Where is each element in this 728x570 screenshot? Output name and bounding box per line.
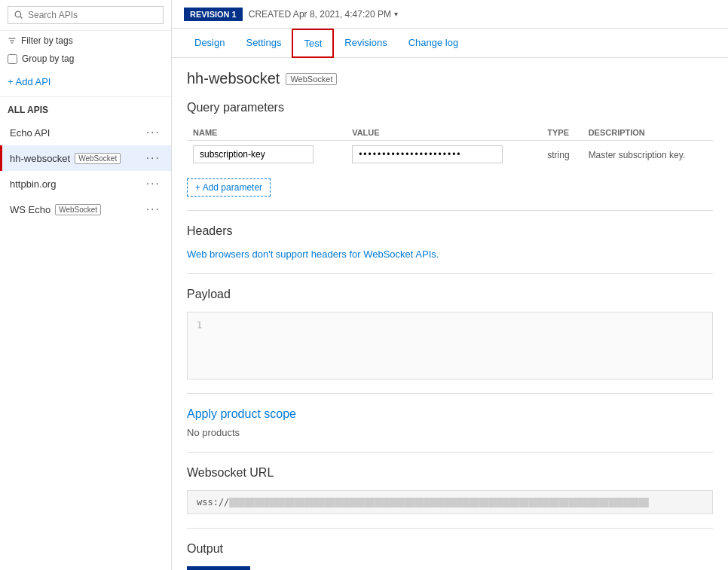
ws-url-heading: Websocket URL bbox=[187, 466, 713, 480]
headers-note: Web browsers don't support headers for W… bbox=[187, 248, 713, 260]
divider-5 bbox=[187, 528, 713, 529]
divider-2 bbox=[187, 273, 713, 274]
connect-row: Connect Bypass CORS proxy i bbox=[187, 566, 713, 570]
created-text: CREATED Apr 8, 2021, 4:47:20 PM bbox=[249, 9, 391, 20]
page-title-row: hh-websocket WebSocket bbox=[187, 70, 713, 87]
group-checkbox[interactable] bbox=[8, 54, 17, 64]
no-products-text: No products bbox=[187, 427, 713, 438]
svg-point-0 bbox=[15, 11, 21, 17]
headers-note-text: Web browsers don't support headers for W… bbox=[187, 248, 439, 260]
revision-dropdown-arrow[interactable]: ▾ bbox=[394, 10, 398, 18]
sidebar-search-area bbox=[0, 0, 171, 31]
col-value: VALUE bbox=[346, 125, 541, 141]
add-param-button[interactable]: + Add parameter bbox=[187, 178, 271, 197]
divider-3 bbox=[187, 393, 713, 394]
table-row: string Master subscription key. bbox=[187, 141, 713, 169]
api-item-hh-websocket[interactable]: hh-websocket WebSocket ··· bbox=[0, 145, 171, 171]
revision-badge: REVISION 1 bbox=[184, 8, 243, 21]
created-info: CREATED Apr 8, 2021, 4:47:20 PM ▾ bbox=[249, 9, 398, 20]
group-label: Group by tag bbox=[22, 53, 74, 64]
tab-design[interactable]: Design bbox=[184, 29, 235, 57]
tabs-bar: Design Settings Test Revisions Change lo… bbox=[172, 29, 728, 58]
api-name-hh-websocket: hh-websocket bbox=[10, 153, 70, 164]
add-param-label: + Add parameter bbox=[195, 182, 262, 193]
api-name-wsecho: WS Echo bbox=[10, 204, 50, 215]
param-desc-text: Master subscription key. bbox=[589, 150, 686, 160]
api-list: Echo API ··· hh-websocket WebSocket ··· … bbox=[0, 120, 171, 570]
more-menu-wsecho[interactable]: ··· bbox=[143, 203, 164, 216]
ws-url-masked: ████████████████████████████████████████… bbox=[229, 498, 648, 508]
filter-icon bbox=[8, 36, 17, 45]
page-title-text: hh-websocket bbox=[187, 70, 280, 87]
query-params-heading: Query parameters bbox=[187, 101, 713, 114]
headers-heading: Headers bbox=[187, 224, 713, 238]
more-menu-hh-websocket[interactable]: ··· bbox=[143, 151, 164, 165]
api-badge-hh-websocket: WebSocket bbox=[75, 153, 121, 164]
search-icon bbox=[14, 11, 23, 20]
api-name-echo: Echo API bbox=[10, 127, 50, 139]
page-title-badge: WebSocket bbox=[286, 73, 337, 85]
divider-4 bbox=[187, 452, 713, 453]
api-badge-wsecho: WebSocket bbox=[55, 204, 101, 215]
svg-line-1 bbox=[20, 17, 23, 19]
filter-label: Filter by tags bbox=[21, 35, 73, 46]
param-name-input[interactable] bbox=[193, 145, 314, 163]
ws-url-box: wss://██████████████████████████████████… bbox=[187, 490, 713, 514]
col-description: DESCRIPTION bbox=[583, 125, 713, 141]
more-menu-echo[interactable]: ··· bbox=[143, 126, 164, 139]
api-item-echo[interactable]: Echo API ··· bbox=[0, 120, 171, 145]
col-name: NAME bbox=[187, 125, 346, 141]
param-value-input[interactable] bbox=[352, 145, 503, 163]
search-box[interactable] bbox=[8, 6, 164, 24]
add-api-button[interactable]: + Add API bbox=[8, 73, 50, 90]
apply-scope-heading: Apply product scope bbox=[187, 407, 713, 421]
search-input[interactable] bbox=[28, 10, 157, 20]
payload-heading: Payload bbox=[187, 288, 713, 301]
topbar: REVISION 1 CREATED Apr 8, 2021, 4:47:20 … bbox=[172, 0, 728, 29]
payload-placeholder: 1 bbox=[197, 320, 202, 331]
group-by-tag[interactable]: Group by tag bbox=[0, 50, 171, 67]
api-name-httpbin: httpbin.org bbox=[10, 178, 56, 190]
add-api-label: + Add API bbox=[8, 76, 50, 87]
divider-1 bbox=[187, 210, 713, 211]
connect-button[interactable]: Connect bbox=[187, 566, 250, 570]
tab-settings[interactable]: Settings bbox=[235, 29, 292, 57]
more-menu-httpbin[interactable]: ··· bbox=[143, 177, 164, 191]
param-type-text: string bbox=[547, 150, 569, 160]
api-item-wsecho[interactable]: WS Echo WebSocket ··· bbox=[0, 197, 171, 222]
params-table: NAME VALUE TYPE DESCRIPTION string Maste… bbox=[187, 125, 713, 168]
col-type: TYPE bbox=[541, 125, 582, 141]
output-heading: Output bbox=[187, 542, 713, 556]
payload-box[interactable]: 1 bbox=[187, 312, 713, 379]
filter-by-tags[interactable]: Filter by tags bbox=[0, 31, 171, 50]
main-panel: REVISION 1 CREATED Apr 8, 2021, 4:47:20 … bbox=[172, 0, 728, 570]
main-content: hh-websocket WebSocket Query parameters … bbox=[172, 58, 728, 570]
tab-revisions[interactable]: Revisions bbox=[334, 29, 397, 57]
tab-test[interactable]: Test bbox=[292, 29, 334, 58]
tab-changelog[interactable]: Change log bbox=[398, 29, 470, 57]
all-apis-title: All APIs bbox=[0, 97, 171, 120]
ws-url-prefix: wss:// bbox=[197, 497, 229, 508]
sidebar: Filter by tags Group by tag + Add API Al… bbox=[0, 0, 172, 570]
api-item-httpbin[interactable]: httpbin.org ··· bbox=[0, 171, 171, 197]
sidebar-actions: + Add API bbox=[0, 67, 171, 97]
